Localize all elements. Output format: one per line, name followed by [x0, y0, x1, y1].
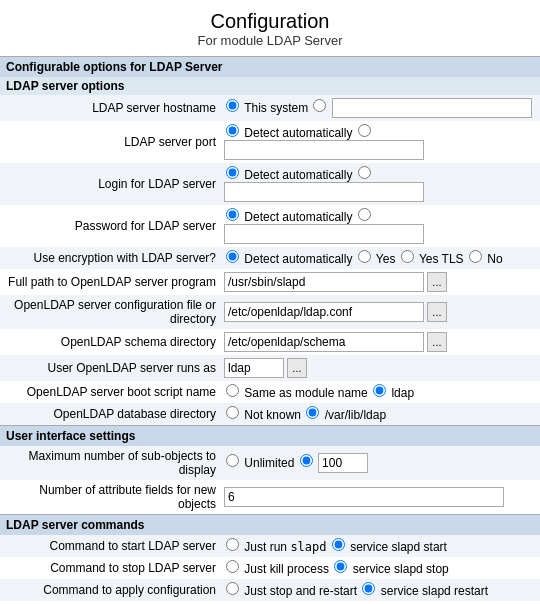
port-radio-other[interactable]: [358, 124, 371, 137]
stop-cmd-radio-just[interactable]: [226, 560, 239, 573]
max-objects-radio-unlimited[interactable]: [226, 454, 239, 467]
stop-cmd-just-label: Just kill process: [244, 562, 329, 576]
main-section-header: Configurable options for LDAP Server: [0, 56, 540, 77]
openldap-path-label: Full path to OpenLDAP server program: [0, 269, 220, 295]
openldap-config-input[interactable]: [224, 302, 424, 322]
port-radio-detect[interactable]: [226, 124, 239, 137]
port-input[interactable]: [224, 140, 424, 160]
openldap-config-label: OpenLDAP server configuration file or di…: [0, 295, 220, 329]
encryption-detect-label: Detect automatically: [244, 252, 352, 266]
db-dir-not-known-label: Not known: [244, 408, 301, 422]
apply-cmd-just-label: Just stop and re-start: [244, 584, 357, 598]
openldap-config-browse-button[interactable]: ...: [427, 302, 446, 322]
stop-cmd-value-cell: Just kill process service slapd stop: [220, 557, 540, 579]
boot-script-same-label: Same as module name: [244, 386, 367, 400]
start-cmd-label: Command to start LDAP server: [0, 535, 220, 557]
openldap-schema-browse-button[interactable]: ...: [427, 332, 446, 352]
login-radio-detect-label: Detect automatically: [244, 168, 352, 182]
openldap-schema-input[interactable]: [224, 332, 424, 352]
db-dir-value-cell: Not known /var/lib/ldap: [220, 403, 540, 425]
port-radio-detect-label: Detect automatically: [244, 126, 352, 140]
max-objects-radio-number[interactable]: [300, 454, 313, 467]
password-radio-detect[interactable]: [226, 208, 239, 221]
apply-cmd-label: Command to apply configuration: [0, 579, 220, 601]
ldap-options-header: LDAP server options: [0, 77, 540, 95]
stop-cmd-service-label: service slapd stop: [353, 562, 449, 576]
hostname-label: LDAP server hostname: [0, 95, 220, 121]
password-radio-detect-label: Detect automatically: [244, 210, 352, 224]
runs-as-input[interactable]: [224, 358, 284, 378]
boot-script-radio-ldap[interactable]: [373, 384, 386, 397]
apply-cmd-value-cell: Just stop and re-start service slapd res…: [220, 579, 540, 601]
max-objects-value-cell: Unlimited: [220, 446, 540, 480]
login-label: Login for LDAP server: [0, 163, 220, 205]
port-label: LDAP server port: [0, 121, 220, 163]
login-input[interactable]: [224, 182, 424, 202]
hostname-value-cell: This system: [220, 95, 540, 121]
encryption-label: Use encryption with LDAP server?: [0, 247, 220, 269]
login-radio-other[interactable]: [358, 166, 371, 179]
apply-cmd-service-label: service slapd restart: [381, 584, 488, 598]
runs-as-value-cell: ...: [220, 355, 540, 381]
ui-settings-header: User interface settings: [0, 425, 540, 446]
login-value-cell: Detect automatically: [220, 163, 540, 205]
password-input[interactable]: [224, 224, 424, 244]
port-value-cell: Detect automatically: [220, 121, 540, 163]
encryption-tls-label: Yes TLS: [419, 252, 464, 266]
boot-script-ldap-label: ldap: [391, 386, 414, 400]
start-cmd-service-label: service slapd start: [350, 540, 447, 554]
attr-fields-label: Number of attribute fields for new objec…: [0, 480, 220, 514]
max-objects-label: Maximum number of sub-objects to display: [0, 446, 220, 480]
start-cmd-value-cell: Just run slapd service slapd start: [220, 535, 540, 557]
password-value-cell: Detect automatically: [220, 205, 540, 247]
max-objects-input[interactable]: [318, 453, 368, 473]
openldap-path-input[interactable]: [224, 272, 424, 292]
boot-script-label: OpenLDAP server boot script name: [0, 381, 220, 403]
boot-script-value-cell: Same as module name ldap: [220, 381, 540, 403]
runs-as-label: User OpenLDAP server runs as: [0, 355, 220, 381]
attr-fields-value-cell: [220, 480, 540, 514]
encryption-radio-detect[interactable]: [226, 250, 239, 263]
openldap-schema-value-cell: ...: [220, 329, 540, 355]
hostname-radio-this[interactable]: [226, 99, 239, 112]
db-dir-label: OpenLDAP database directory: [0, 403, 220, 425]
encryption-no-label: No: [487, 252, 502, 266]
openldap-path-value-cell: ...: [220, 269, 540, 295]
apply-cmd-radio-just[interactable]: [226, 582, 239, 595]
encryption-radio-yes[interactable]: [358, 250, 371, 263]
page-subtitle: For module LDAP Server: [0, 33, 540, 48]
encryption-value-cell: Detect automatically Yes Yes TLS No: [220, 247, 540, 269]
start-cmd-slapd: slapd: [290, 540, 326, 554]
stop-cmd-radio-service[interactable]: [334, 560, 347, 573]
ldap-commands-header: LDAP server commands: [0, 514, 540, 535]
boot-script-radio-same[interactable]: [226, 384, 239, 397]
hostname-radio-other[interactable]: [313, 99, 326, 112]
start-cmd-radio-service[interactable]: [332, 538, 345, 551]
password-label: Password for LDAP server: [0, 205, 220, 247]
encryption-radio-tls[interactable]: [401, 250, 414, 263]
attr-fields-input[interactable]: [224, 487, 504, 507]
stop-cmd-label: Command to stop LDAP server: [0, 557, 220, 579]
apply-cmd-radio-service[interactable]: [362, 582, 375, 595]
db-dir-radio-not-known[interactable]: [226, 406, 239, 419]
hostname-radio-this-label: This system: [244, 101, 308, 115]
hostname-input[interactable]: [332, 98, 532, 118]
openldap-path-browse-button[interactable]: ...: [427, 272, 446, 292]
start-cmd-radio-just[interactable]: [226, 538, 239, 551]
openldap-config-value-cell: ...: [220, 295, 540, 329]
password-radio-other[interactable]: [358, 208, 371, 221]
runs-as-browse-button[interactable]: ...: [287, 358, 306, 378]
page-title: Configuration: [0, 10, 540, 33]
login-radio-detect[interactable]: [226, 166, 239, 179]
max-objects-unlimited-label: Unlimited: [244, 456, 294, 470]
openldap-schema-label: OpenLDAP schema directory: [0, 329, 220, 355]
encryption-yes-label: Yes: [376, 252, 396, 266]
db-dir-radio-path[interactable]: [306, 406, 319, 419]
start-cmd-just-label: Just run: [244, 540, 287, 554]
encryption-radio-no[interactable]: [469, 250, 482, 263]
db-dir-path-label: /var/lib/ldap: [325, 408, 386, 422]
